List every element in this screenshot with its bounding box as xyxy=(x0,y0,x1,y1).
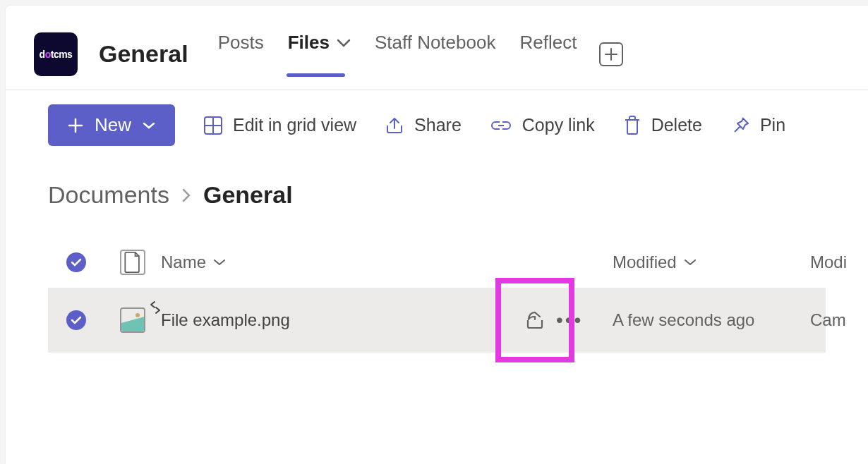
link-icon xyxy=(490,119,512,132)
delete-button[interactable]: Delete xyxy=(623,115,702,136)
delete-label: Delete xyxy=(651,115,702,135)
plus-icon xyxy=(68,118,83,133)
team-logo[interactable]: dotcms xyxy=(34,32,78,76)
row-select[interactable] xyxy=(48,310,104,330)
command-bar: New Edit in grid view Share Copy link De… xyxy=(6,90,868,160)
breadcrumb-leaf: General xyxy=(203,181,293,209)
edit-grid-label: Edit in grid view xyxy=(233,115,356,135)
add-tab-button[interactable] xyxy=(599,42,623,66)
pin-label: Pin xyxy=(760,115,785,135)
tab-staff-notebook[interactable]: Staff Notebook xyxy=(373,32,498,76)
modified-column-header[interactable]: Modified xyxy=(613,252,810,272)
select-all[interactable] xyxy=(48,252,104,272)
tab-files[interactable]: Files xyxy=(287,32,352,76)
modified-by-column-header[interactable]: Modi xyxy=(810,252,868,272)
check-circle-icon xyxy=(66,252,86,272)
grid-icon xyxy=(203,116,223,135)
share-icon xyxy=(385,116,404,135)
channel-name: General xyxy=(99,40,188,68)
file-icon xyxy=(120,250,145,275)
chevron-down-icon xyxy=(337,39,351,47)
tab-files-label: Files xyxy=(288,32,330,54)
row-share-button[interactable] xyxy=(514,310,556,331)
file-modified-by: Cam xyxy=(810,310,868,330)
copy-link-button[interactable]: Copy link xyxy=(490,115,595,135)
row-more-button[interactable]: ••• xyxy=(556,309,613,331)
trash-icon xyxy=(623,115,641,136)
main-panel: dotcms General Posts Files Staff Noteboo… xyxy=(6,6,868,464)
name-column-header[interactable]: Name xyxy=(161,252,514,272)
sync-arrows-icon xyxy=(148,300,162,315)
tab-reflect[interactable]: Reflect xyxy=(518,32,578,76)
modified-by-column-label: Modi xyxy=(810,252,847,272)
breadcrumb: Documents General xyxy=(6,160,868,237)
copy-link-label: Copy link xyxy=(522,115,595,135)
file-row[interactable]: File example.png ••• A few seconds ago C… xyxy=(48,288,826,353)
team-logo-text: dotcms xyxy=(40,49,73,60)
file-list: Name Modified Modi xyxy=(6,237,868,353)
edit-grid-button[interactable]: Edit in grid view xyxy=(203,115,356,135)
file-name[interactable]: File example.png xyxy=(161,310,514,330)
file-name-text: File example.png xyxy=(161,310,290,330)
modified-column-label: Modified xyxy=(613,252,677,272)
share-button[interactable]: Share xyxy=(385,115,462,135)
check-circle-icon xyxy=(66,310,86,330)
chevron-right-icon xyxy=(181,187,192,204)
more-icon: ••• xyxy=(556,309,583,331)
image-icon xyxy=(120,307,145,333)
plus-icon xyxy=(605,48,617,61)
type-column-icon[interactable] xyxy=(104,250,161,275)
breadcrumb-root[interactable]: Documents xyxy=(48,181,169,209)
name-column-label: Name xyxy=(161,252,206,272)
chevron-down-icon xyxy=(684,259,697,266)
tab-posts[interactable]: Posts xyxy=(217,32,265,76)
share-label: Share xyxy=(414,115,462,135)
chevron-down-icon xyxy=(143,122,155,129)
chevron-down-icon xyxy=(213,259,226,266)
new-button-label: New xyxy=(95,114,131,136)
file-list-header: Name Modified Modi xyxy=(48,237,826,288)
file-modified: A few seconds ago xyxy=(613,310,810,330)
pin-button[interactable]: Pin xyxy=(730,115,785,135)
share-icon xyxy=(524,310,545,331)
new-button[interactable]: New xyxy=(48,104,175,146)
pin-icon xyxy=(730,116,750,135)
channel-header: dotcms General Posts Files Staff Noteboo… xyxy=(6,6,868,90)
